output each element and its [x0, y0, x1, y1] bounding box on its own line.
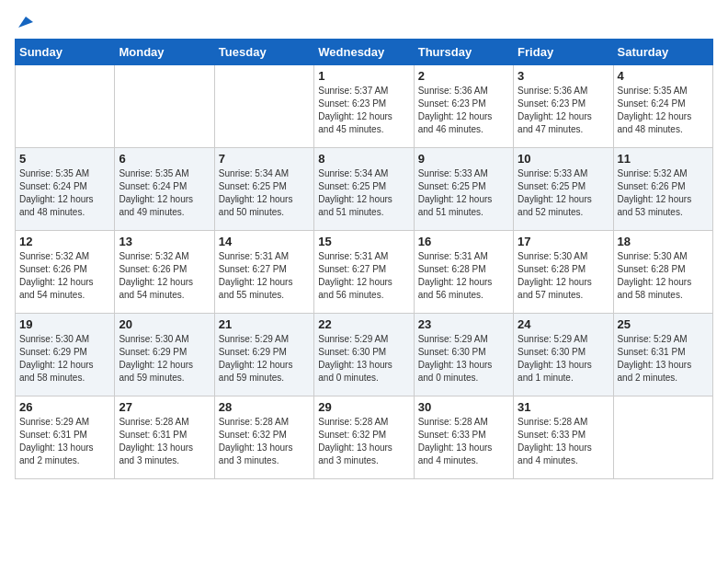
day-number: 10 — [518, 152, 609, 166]
day-info: Sunrise: 5:29 AM Sunset: 6:29 PM Dayligh… — [219, 333, 310, 385]
calendar-cell: 23Sunrise: 5:29 AM Sunset: 6:30 PM Dayli… — [414, 314, 513, 396]
day-number: 17 — [518, 235, 609, 248]
day-info: Sunrise: 5:28 AM Sunset: 6:31 PM Dayligh… — [119, 416, 210, 467]
day-info: Sunrise: 5:29 AM Sunset: 6:31 PM Dayligh… — [19, 416, 110, 467]
day-number: 9 — [418, 152, 509, 166]
calendar-cell: 12Sunrise: 5:32 AM Sunset: 6:26 PM Dayli… — [16, 231, 115, 314]
calendar-week-row: 26Sunrise: 5:29 AM Sunset: 6:31 PM Dayli… — [16, 396, 713, 479]
day-info: Sunrise: 5:36 AM Sunset: 6:23 PM Dayligh… — [418, 85, 509, 136]
calendar-cell: 18Sunrise: 5:30 AM Sunset: 6:28 PM Dayli… — [613, 231, 712, 314]
calendar-cell: 16Sunrise: 5:31 AM Sunset: 6:28 PM Dayli… — [414, 231, 513, 314]
calendar-cell: 21Sunrise: 5:29 AM Sunset: 6:29 PM Dayli… — [214, 314, 313, 396]
day-info: Sunrise: 5:29 AM Sunset: 6:30 PM Dayligh… — [318, 333, 409, 385]
calendar-cell: 25Sunrise: 5:29 AM Sunset: 6:31 PM Dayli… — [613, 314, 712, 396]
day-info: Sunrise: 5:35 AM Sunset: 6:24 PM Dayligh… — [119, 167, 210, 219]
logo — [15, 15, 33, 31]
calendar-cell: 6Sunrise: 5:35 AM Sunset: 6:24 PM Daylig… — [115, 148, 214, 231]
day-number: 23 — [418, 317, 509, 331]
day-number: 29 — [318, 400, 409, 414]
day-number: 12 — [19, 235, 110, 248]
day-number: 26 — [19, 400, 110, 414]
calendar-cell: 24Sunrise: 5:29 AM Sunset: 6:30 PM Dayli… — [514, 314, 613, 396]
calendar-cell — [214, 65, 313, 148]
day-number: 30 — [418, 400, 509, 414]
day-info: Sunrise: 5:35 AM Sunset: 6:24 PM Dayligh… — [19, 167, 110, 219]
calendar-cell: 26Sunrise: 5:29 AM Sunset: 6:31 PM Dayli… — [16, 396, 115, 479]
day-info: Sunrise: 5:34 AM Sunset: 6:25 PM Dayligh… — [219, 167, 310, 219]
calendar-week-row: 1Sunrise: 5:37 AM Sunset: 6:23 PM Daylig… — [16, 65, 713, 148]
calendar-day-header: Tuesday — [214, 40, 313, 65]
day-number: 21 — [219, 317, 310, 331]
day-number: 7 — [219, 152, 310, 166]
day-number: 11 — [618, 152, 709, 166]
calendar-cell: 20Sunrise: 5:30 AM Sunset: 6:29 PM Dayli… — [115, 314, 214, 396]
calendar-week-row: 5Sunrise: 5:35 AM Sunset: 6:24 PM Daylig… — [16, 148, 713, 231]
day-info: Sunrise: 5:33 AM Sunset: 6:25 PM Dayligh… — [418, 167, 509, 219]
day-info: Sunrise: 5:29 AM Sunset: 6:30 PM Dayligh… — [518, 333, 609, 385]
day-number: 28 — [219, 400, 310, 414]
day-info: Sunrise: 5:36 AM Sunset: 6:23 PM Dayligh… — [518, 85, 609, 136]
day-number: 22 — [318, 317, 409, 331]
calendar-cell: 1Sunrise: 5:37 AM Sunset: 6:23 PM Daylig… — [314, 65, 414, 148]
calendar-cell: 27Sunrise: 5:28 AM Sunset: 6:31 PM Dayli… — [115, 396, 214, 479]
day-info: Sunrise: 5:28 AM Sunset: 6:32 PM Dayligh… — [318, 416, 409, 467]
calendar-week-row: 12Sunrise: 5:32 AM Sunset: 6:26 PM Dayli… — [16, 231, 713, 314]
day-number: 5 — [19, 152, 110, 166]
day-number: 8 — [318, 152, 409, 166]
day-info: Sunrise: 5:32 AM Sunset: 6:26 PM Dayligh… — [618, 167, 709, 219]
day-info: Sunrise: 5:28 AM Sunset: 6:33 PM Dayligh… — [418, 416, 509, 467]
page-header — [15, 15, 713, 31]
day-number: 15 — [318, 235, 409, 248]
calendar-cell: 3Sunrise: 5:36 AM Sunset: 6:23 PM Daylig… — [514, 65, 613, 148]
calendar-cell: 9Sunrise: 5:33 AM Sunset: 6:25 PM Daylig… — [414, 148, 513, 231]
calendar-cell: 8Sunrise: 5:34 AM Sunset: 6:25 PM Daylig… — [314, 148, 414, 231]
calendar-cell: 5Sunrise: 5:35 AM Sunset: 6:24 PM Daylig… — [16, 148, 115, 231]
calendar-day-header: Wednesday — [314, 40, 414, 65]
day-info: Sunrise: 5:28 AM Sunset: 6:32 PM Dayligh… — [219, 416, 310, 467]
day-info: Sunrise: 5:31 AM Sunset: 6:28 PM Dayligh… — [418, 250, 509, 302]
day-info: Sunrise: 5:29 AM Sunset: 6:31 PM Dayligh… — [618, 333, 709, 385]
day-info: Sunrise: 5:30 AM Sunset: 6:28 PM Dayligh… — [518, 250, 609, 302]
calendar-cell: 31Sunrise: 5:28 AM Sunset: 6:33 PM Dayli… — [514, 396, 613, 479]
logo-bird-icon — [17, 15, 33, 31]
calendar-table: SundayMondayTuesdayWednesdayThursdayFrid… — [15, 39, 713, 479]
day-number: 31 — [518, 400, 609, 414]
day-number: 19 — [19, 317, 110, 331]
day-number: 4 — [618, 69, 709, 83]
day-number: 24 — [518, 317, 609, 331]
calendar-cell — [115, 65, 214, 148]
day-info: Sunrise: 5:30 AM Sunset: 6:29 PM Dayligh… — [119, 333, 210, 385]
calendar-cell: 15Sunrise: 5:31 AM Sunset: 6:27 PM Dayli… — [314, 231, 414, 314]
calendar-header-row: SundayMondayTuesdayWednesdayThursdayFrid… — [16, 40, 713, 65]
calendar-cell: 29Sunrise: 5:28 AM Sunset: 6:32 PM Dayli… — [314, 396, 414, 479]
calendar-week-row: 19Sunrise: 5:30 AM Sunset: 6:29 PM Dayli… — [16, 314, 713, 396]
day-info: Sunrise: 5:34 AM Sunset: 6:25 PM Dayligh… — [318, 167, 409, 219]
calendar-day-header: Friday — [514, 40, 613, 65]
day-info: Sunrise: 5:32 AM Sunset: 6:26 PM Dayligh… — [119, 250, 210, 302]
day-number: 25 — [618, 317, 709, 331]
calendar-cell — [16, 65, 115, 148]
day-info: Sunrise: 5:32 AM Sunset: 6:26 PM Dayligh… — [19, 250, 110, 302]
calendar-cell: 13Sunrise: 5:32 AM Sunset: 6:26 PM Dayli… — [115, 231, 214, 314]
day-info: Sunrise: 5:37 AM Sunset: 6:23 PM Dayligh… — [318, 85, 409, 136]
day-number: 16 — [418, 235, 509, 248]
day-info: Sunrise: 5:35 AM Sunset: 6:24 PM Dayligh… — [618, 85, 709, 136]
calendar-cell: 19Sunrise: 5:30 AM Sunset: 6:29 PM Dayli… — [16, 314, 115, 396]
day-number: 1 — [318, 69, 409, 83]
day-number: 20 — [119, 317, 210, 331]
day-number: 6 — [119, 152, 210, 166]
day-info: Sunrise: 5:28 AM Sunset: 6:33 PM Dayligh… — [518, 416, 609, 467]
day-info: Sunrise: 5:29 AM Sunset: 6:30 PM Dayligh… — [418, 333, 509, 385]
calendar-cell: 17Sunrise: 5:30 AM Sunset: 6:28 PM Dayli… — [514, 231, 613, 314]
calendar-cell: 2Sunrise: 5:36 AM Sunset: 6:23 PM Daylig… — [414, 65, 513, 148]
calendar-day-header: Thursday — [414, 40, 513, 65]
day-info: Sunrise: 5:33 AM Sunset: 6:25 PM Dayligh… — [518, 167, 609, 219]
day-info: Sunrise: 5:31 AM Sunset: 6:27 PM Dayligh… — [219, 250, 310, 302]
calendar-cell: 28Sunrise: 5:28 AM Sunset: 6:32 PM Dayli… — [214, 396, 313, 479]
day-number: 13 — [119, 235, 210, 248]
day-number: 14 — [219, 235, 310, 248]
calendar-cell: 7Sunrise: 5:34 AM Sunset: 6:25 PM Daylig… — [214, 148, 313, 231]
calendar-cell: 22Sunrise: 5:29 AM Sunset: 6:30 PM Dayli… — [314, 314, 414, 396]
calendar-cell: 30Sunrise: 5:28 AM Sunset: 6:33 PM Dayli… — [414, 396, 513, 479]
day-info: Sunrise: 5:30 AM Sunset: 6:29 PM Dayligh… — [19, 333, 110, 385]
